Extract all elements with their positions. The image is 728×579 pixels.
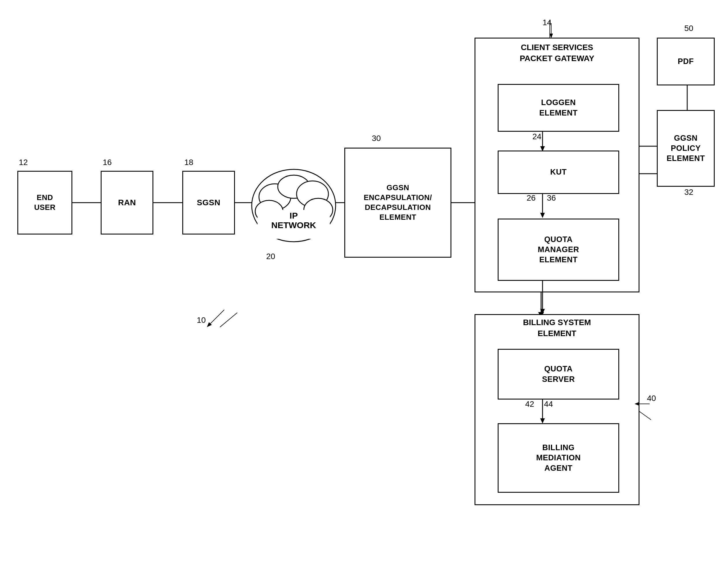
svg-marker-28 <box>549 33 553 38</box>
svg-line-41 <box>208 310 224 326</box>
quota-server-box: QUOTASERVER <box>498 349 619 400</box>
loggen-label: LOGGENELEMENT <box>539 98 578 118</box>
sgsn-label: SGSN <box>197 197 220 208</box>
svg-marker-32 <box>540 213 545 218</box>
pdf-box: PDF <box>657 37 715 85</box>
cspg-policy-line <box>640 142 658 151</box>
ran-label: RAN <box>118 197 136 208</box>
svg-marker-38 <box>540 418 545 424</box>
ref-32: 32 <box>684 187 693 197</box>
diagram: 10 ENDUSER 12 RAN 16 SGSN 18 IP NETWORK … <box>0 0 728 579</box>
sgsn-box: SGSN <box>182 171 235 234</box>
kut-arrow <box>537 193 548 220</box>
loggen-arrow <box>537 132 548 152</box>
quota-server-label: QUOTASERVER <box>542 364 575 384</box>
svg-marker-36 <box>634 402 639 406</box>
billing-mediation-box: BILLINGMEDIATIONAGENT <box>498 423 619 493</box>
ref-26: 26 <box>527 193 536 203</box>
ref-20: 20 <box>266 252 275 261</box>
svg-text:IP: IP <box>290 211 298 220</box>
ran-box: RAN <box>101 171 153 234</box>
ref14-arrow <box>548 23 554 39</box>
cspg-title: CLIENT SERVICESPACKET GATEWAY <box>476 42 638 64</box>
ref-18: 18 <box>184 158 193 167</box>
end-user-box: ENDUSER <box>17 171 72 234</box>
kut-box: KUT <box>498 151 619 194</box>
ref-12: 12 <box>19 158 28 167</box>
loggen-box: LOGGENELEMENT <box>498 84 619 132</box>
qs-bm-arrow <box>537 399 548 425</box>
svg-text:NETWORK: NETWORK <box>271 220 316 230</box>
billing-system-title: BILLING SYSTEMELEMENT <box>476 317 638 339</box>
kut-label: KUT <box>550 167 567 177</box>
ref10-arrow <box>203 307 229 330</box>
ggsn-enc-box: GGSNENCAPSULATION/DECAPSULATIONELEMENT <box>344 148 451 258</box>
ggsn-policy-box: GGSNPOLICYELEMENT <box>657 110 715 187</box>
quota-manager-label: QUOTAMANAGERELEMENT <box>538 234 579 265</box>
end-user-label: ENDUSER <box>34 193 56 212</box>
ref-30: 30 <box>372 134 381 143</box>
billing-mediation-label: BILLINGMEDIATIONAGENT <box>536 443 581 473</box>
pdf-policy-line <box>681 85 693 111</box>
ref-42: 42 <box>525 400 534 409</box>
quota-manager-box: QUOTAMANAGERELEMENT <box>498 219 619 281</box>
quota-billing-arrow <box>537 281 548 316</box>
svg-marker-34 <box>540 309 545 314</box>
ref-50: 50 <box>684 24 693 33</box>
ip-network-cloud: IP NETWORK <box>249 165 339 246</box>
ref-16: 16 <box>103 158 112 167</box>
ref40-arrow <box>634 400 651 408</box>
pdf-label: PDF <box>678 56 694 67</box>
ggsn-enc-label: GGSNENCAPSULATION/DECAPSULATIONELEMENT <box>364 183 432 222</box>
ggsn-policy-label: GGSNPOLICYELEMENT <box>667 133 705 163</box>
